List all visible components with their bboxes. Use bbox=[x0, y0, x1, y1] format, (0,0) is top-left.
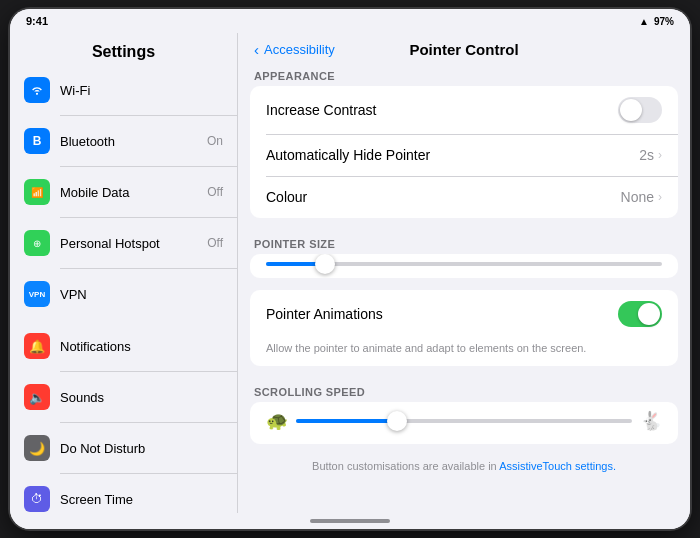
home-bar bbox=[310, 519, 390, 523]
bluetooth-icon: B bbox=[24, 128, 50, 154]
mobile-data-value: Off bbox=[207, 185, 223, 199]
scrolling-speed-slider-track[interactable] bbox=[296, 419, 632, 423]
back-button[interactable]: ‹ Accessibility bbox=[254, 41, 335, 58]
increase-contrast-row[interactable]: Increase Contrast bbox=[250, 86, 678, 134]
bluetooth-value: On bbox=[207, 134, 223, 148]
colour-label: Colour bbox=[266, 189, 621, 205]
pointer-animations-description: Allow the pointer to animate and adapt t… bbox=[266, 342, 586, 354]
vpn-label: VPN bbox=[60, 287, 223, 302]
auto-hide-pointer-row[interactable]: Automatically Hide Pointer 2s › bbox=[250, 134, 678, 176]
colour-chevron-icon: › bbox=[658, 190, 662, 204]
appearance-card: Increase Contrast Automatically Hide Poi… bbox=[250, 86, 678, 218]
wifi-icon bbox=[24, 77, 50, 103]
hotspot-icon: ⊕ bbox=[24, 230, 50, 256]
back-label: Accessibility bbox=[264, 42, 335, 57]
pointer-size-section-label: POINTER SIZE bbox=[238, 230, 690, 254]
pointer-size-card bbox=[250, 254, 678, 278]
hotspot-value: Off bbox=[207, 236, 223, 250]
colour-value: None bbox=[621, 189, 654, 205]
status-left: 9:41 bbox=[26, 15, 48, 27]
sounds-icon: 🔈 bbox=[24, 384, 50, 410]
back-chevron-icon: ‹ bbox=[254, 41, 259, 58]
wifi-icon: ▲ bbox=[639, 16, 649, 27]
bluetooth-label: Bluetooth bbox=[60, 134, 197, 149]
sidebar-item-sounds[interactable]: 🔈 Sounds bbox=[10, 376, 237, 418]
vpn-icon: VPN bbox=[24, 281, 50, 307]
sounds-label: Sounds bbox=[60, 390, 223, 405]
sidebar-item-wifi[interactable]: Wi-Fi bbox=[10, 69, 237, 111]
notifications-icon: 🔔 bbox=[24, 333, 50, 359]
pointer-size-slider-container[interactable] bbox=[250, 254, 678, 278]
screentime-label: Screen Time bbox=[60, 492, 223, 507]
pointer-animations-toggle[interactable] bbox=[618, 301, 662, 327]
appearance-section-label: APPEARANCE bbox=[238, 62, 690, 86]
status-right: ▲ 97% bbox=[639, 16, 674, 27]
sidebar-item-dnd[interactable]: 🌙 Do Not Disturb bbox=[10, 427, 237, 469]
scroll-fast-icon: 🐇 bbox=[640, 410, 662, 432]
sidebar-item-hotspot[interactable]: ⊕ Personal Hotspot Off bbox=[10, 222, 237, 264]
auto-hide-pointer-label: Automatically Hide Pointer bbox=[266, 147, 639, 163]
sidebar-item-vpn[interactable]: VPN VPN bbox=[10, 273, 237, 315]
battery-display: 97% bbox=[654, 16, 674, 27]
status-bar: 9:41 ▲ 97% bbox=[10, 9, 690, 33]
auto-hide-pointer-value: 2s bbox=[639, 147, 654, 163]
time-display: 9:41 bbox=[26, 15, 48, 27]
page-title: Pointer Control bbox=[409, 41, 518, 58]
screentime-icon: ⏱ bbox=[24, 486, 50, 512]
sidebar-group-notifications: 🔔 Notifications 🔈 Sounds 🌙 Do Not Distur… bbox=[10, 325, 237, 513]
scrolling-speed-section-label: SCROLLING SPEED bbox=[238, 378, 690, 402]
sidebar-group-network: Wi-Fi B Bluetooth On 📶 Mobile Data Off ⊕ bbox=[10, 69, 237, 315]
dnd-icon: 🌙 bbox=[24, 435, 50, 461]
scrolling-speed-slider-thumb[interactable] bbox=[387, 411, 407, 431]
home-indicator bbox=[10, 513, 690, 529]
mobile-data-label: Mobile Data bbox=[60, 185, 197, 200]
dnd-label: Do Not Disturb bbox=[60, 441, 223, 456]
toggle-thumb bbox=[620, 99, 642, 121]
sidebar-item-screentime[interactable]: ⏱ Screen Time bbox=[10, 478, 237, 513]
wifi-label: Wi-Fi bbox=[60, 83, 223, 98]
pointer-animations-toggle-thumb bbox=[638, 303, 660, 325]
pointer-size-slider-thumb[interactable] bbox=[315, 254, 335, 274]
sidebar-item-notifications[interactable]: 🔔 Notifications bbox=[10, 325, 237, 367]
hotspot-label: Personal Hotspot bbox=[60, 236, 197, 251]
sidebar-item-mobile-data[interactable]: 📶 Mobile Data Off bbox=[10, 171, 237, 213]
scrolling-speed-slider-fill bbox=[296, 419, 397, 423]
assistive-note-text: Button customisations are available in bbox=[312, 460, 497, 472]
pointer-animations-card: Pointer Animations Allow the pointer to … bbox=[250, 290, 678, 366]
pointer-animations-label: Pointer Animations bbox=[266, 306, 618, 322]
scrolling-speed-slider-row[interactable]: 🐢 🐇 bbox=[250, 402, 678, 444]
scrolling-speed-card: 🐢 🐇 bbox=[250, 402, 678, 444]
pointer-animations-row[interactable]: Pointer Animations bbox=[250, 290, 678, 338]
pointer-size-slider-track[interactable] bbox=[266, 262, 662, 266]
colour-row[interactable]: Colour None › bbox=[250, 176, 678, 218]
pointer-animations-desc-wrapper: Allow the pointer to animate and adapt t… bbox=[250, 338, 678, 366]
mobile-data-icon: 📶 bbox=[24, 179, 50, 205]
scroll-slow-icon: 🐢 bbox=[266, 410, 288, 432]
auto-hide-chevron-icon: › bbox=[658, 148, 662, 162]
main-header: ‹ Accessibility Pointer Control bbox=[238, 33, 690, 62]
sidebar: Settings Wi-Fi B Bluetooth On 📶 bbox=[10, 33, 238, 513]
assistive-note: Button customisations are available in A… bbox=[238, 456, 690, 484]
main-panel: ‹ Accessibility Pointer Control APPEARAN… bbox=[238, 33, 690, 513]
notifications-label: Notifications bbox=[60, 339, 223, 354]
increase-contrast-label: Increase Contrast bbox=[266, 102, 618, 118]
increase-contrast-toggle[interactable] bbox=[618, 97, 662, 123]
assistive-touch-link[interactable]: AssistiveTouch settings. bbox=[499, 460, 616, 472]
sidebar-item-bluetooth[interactable]: B Bluetooth On bbox=[10, 120, 237, 162]
sidebar-title: Settings bbox=[10, 33, 237, 69]
scrolling-speed-slider-container[interactable] bbox=[296, 419, 632, 423]
